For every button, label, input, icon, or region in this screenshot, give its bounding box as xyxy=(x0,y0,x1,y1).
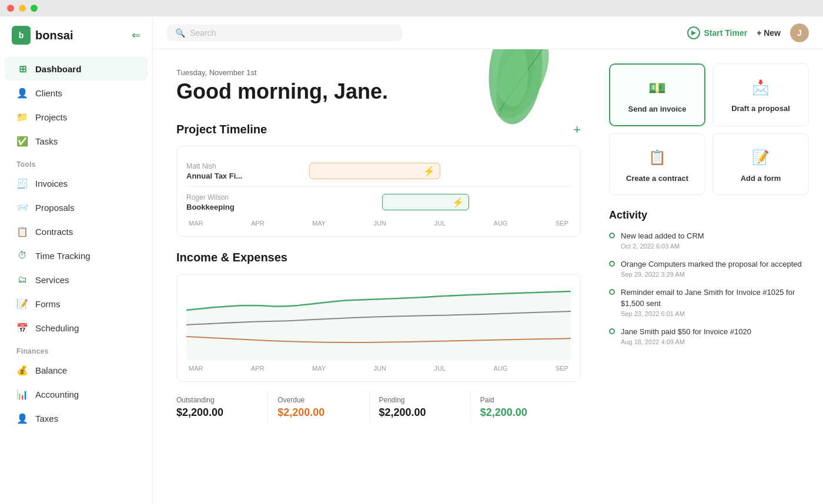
svg-line-6 xyxy=(520,53,533,65)
dashboard-icon: ⊞ xyxy=(16,63,28,75)
sidebar-item-accounting[interactable]: 📊 Accounting xyxy=(5,382,148,406)
draft-proposal-label: Draft a proposal xyxy=(731,104,790,113)
activity-content-0: New lead added to CRM Oct 2, 2022 6:03 A… xyxy=(621,231,704,250)
app-wrapper: b bonsai ⇐ ⊞ Dashboard 👤 Clients 📁 Proje… xyxy=(0,16,823,504)
sidebar-item-balance[interactable]: 💰 Balance xyxy=(5,358,148,382)
timeline-row: Matt Nish Annual Tax Fi... ⚡ xyxy=(186,156,571,187)
activity-text-3: Jane Smith paid $50 for Invoice #1020 xyxy=(621,327,751,337)
stat-label-1: Overdue xyxy=(277,396,359,404)
activity-item: Orange Computers marked the proposal for… xyxy=(609,259,809,278)
income-expenses-title: Income & Expenses xyxy=(176,251,287,264)
timeline-row: Roger Wilson Bookkeeping ⚡ xyxy=(186,187,571,217)
sidebar-item-scheduling[interactable]: 📅 Scheduling xyxy=(5,316,148,340)
action-card-draft-proposal[interactable]: 📩 Draft a proposal xyxy=(712,63,809,126)
create-contract-label: Create a contract xyxy=(626,174,688,183)
sidebar-item-time-tracking[interactable]: ⏱ Time Tracking xyxy=(5,244,148,267)
sidebar-item-forms[interactable]: 📝 Forms xyxy=(5,292,148,315)
avatar-initials: J xyxy=(797,28,802,38)
send-invoice-icon: 💵 xyxy=(645,76,669,100)
contracts-icon: 📋 xyxy=(16,226,28,237)
taxes-icon: 👤 xyxy=(16,412,28,424)
balance-icon: 💰 xyxy=(16,364,28,376)
sidebar: b bonsai ⇐ ⊞ Dashboard 👤 Clients 📁 Proje… xyxy=(0,16,153,504)
sidebar-item-label-forms: Forms xyxy=(35,299,61,309)
activity-time-0: Oct 2, 2022 6:03 AM xyxy=(621,243,704,250)
sidebar-item-label-projects: Projects xyxy=(35,112,67,122)
timeline-month-labels: MAR APR MAY JUN JUL AUG SEP xyxy=(186,220,571,227)
start-timer-label: Start Timer xyxy=(704,28,747,38)
topbar: 🔍 Search ▶ Start Timer + New J xyxy=(153,16,823,49)
activity-title: Activity xyxy=(609,209,809,221)
svg-line-3 xyxy=(508,49,523,61)
activity-section: Activity New lead added to CRM Oct 2, 20… xyxy=(609,209,809,345)
add-project-button[interactable]: + xyxy=(573,123,581,136)
income-chart xyxy=(186,284,571,360)
sidebar-item-proposals[interactable]: 📨 Proposals xyxy=(5,196,148,219)
activity-time-1: Sep 29, 2022 3:29 AM xyxy=(621,271,802,278)
activity-item: New lead added to CRM Oct 2, 2022 6:03 A… xyxy=(609,231,809,250)
activity-item: Jane Smith paid $50 for Invoice #1020 Au… xyxy=(609,327,809,345)
close-btn[interactable] xyxy=(7,5,14,12)
sidebar-item-label-services: Services xyxy=(35,275,69,285)
start-timer-button[interactable]: ▶ Start Timer xyxy=(687,26,747,39)
minimize-btn[interactable] xyxy=(19,5,26,12)
timeline-send-icon-1: ⚡ xyxy=(452,197,464,208)
sidebar-item-taxes[interactable]: 👤 Taxes xyxy=(5,406,148,430)
search-icon: 🔍 xyxy=(175,28,185,38)
action-card-send-invoice[interactable]: 💵 Send an invoice xyxy=(609,63,705,126)
sidebar-item-label-contracts: Contracts xyxy=(35,227,73,237)
greeting-heading: Good morning, Jane. xyxy=(176,79,581,104)
logo-text: bonsai xyxy=(35,29,73,42)
titlebar xyxy=(0,0,823,16)
stat-item-overdue: Overdue $2,200.00 xyxy=(277,391,369,424)
sidebar-item-tasks[interactable]: ✅ Tasks xyxy=(5,129,148,153)
sidebar-item-label-balance: Balance xyxy=(35,365,67,375)
date-label: Tuesday, November 1st xyxy=(176,68,581,77)
stat-value-1: $2,200.00 xyxy=(277,406,359,419)
sidebar-item-contracts[interactable]: 📋 Contracts xyxy=(5,220,148,243)
activity-time-3: Aug 18, 2022 4:09 AM xyxy=(621,338,751,345)
sidebar-item-projects[interactable]: 📁 Projects xyxy=(5,105,148,129)
stat-value-0: $2,200.00 xyxy=(176,406,258,419)
logo-icon: b xyxy=(12,26,31,45)
sidebar-logo: b bonsai ⇐ xyxy=(0,26,152,56)
sidebar-item-dashboard[interactable]: ⊞ Dashboard xyxy=(5,57,148,80)
main-content: 🔍 Search ▶ Start Timer + New J xyxy=(153,16,823,504)
time-tracking-icon: ⏱ xyxy=(16,250,28,261)
new-button[interactable]: + New xyxy=(757,28,781,38)
sidebar-tools: 🧾 Invoices 📨 Proposals 📋 Contracts ⏱ Tim… xyxy=(0,171,152,340)
quick-actions: 💵 Send an invoice 📩 Draft a proposal 📋 C… xyxy=(609,63,809,195)
page-sidebar: 💵 Send an invoice 📩 Draft a proposal 📋 C… xyxy=(600,49,823,504)
chart-month-labels: MAR APR MAY JUN JUL AUG SEP xyxy=(186,365,571,372)
action-card-add-form[interactable]: 📝 Add a form xyxy=(712,133,809,195)
timeline-bar-0: ⚡ xyxy=(309,163,440,179)
income-chart-area: MAR APR MAY JUN JUL AUG SEP xyxy=(176,274,581,382)
search-box[interactable]: 🔍 Search xyxy=(167,25,402,41)
maximize-btn[interactable] xyxy=(31,5,38,12)
sidebar-nav: ⊞ Dashboard 👤 Clients 📁 Projects ✅ Tasks xyxy=(0,56,152,153)
income-expenses-header: Income & Expenses xyxy=(176,251,581,264)
search-placeholder: Search xyxy=(190,28,216,38)
finances-section-label: Finances xyxy=(0,340,152,358)
sidebar-item-clients[interactable]: 👤 Clients xyxy=(5,81,148,105)
sidebar-collapse-btn[interactable]: ⇐ xyxy=(132,29,140,42)
stats-row: Outstanding $2,200.00 Overdue $2,200.00 … xyxy=(176,391,581,424)
projects-icon: 📁 xyxy=(16,111,28,123)
add-form-label: Add a form xyxy=(741,174,781,183)
timeline-project-1: Bookkeeping xyxy=(186,203,280,211)
proposals-icon: 📨 xyxy=(16,201,28,213)
timer-icon: ▶ xyxy=(687,26,700,39)
sidebar-item-invoices[interactable]: 🧾 Invoices xyxy=(5,172,148,195)
forms-icon: 📝 xyxy=(16,298,28,310)
activity-item: Reminder email to Jane Smith for Invoice… xyxy=(609,287,809,317)
activity-dot-0 xyxy=(609,233,615,238)
timeline-bar-area-1: ⚡ xyxy=(280,193,571,211)
sidebar-item-services[interactable]: 🗂 Services xyxy=(5,268,148,291)
sidebar-item-label-invoices: Invoices xyxy=(35,179,68,189)
sidebar-item-label-clients: Clients xyxy=(35,88,62,98)
tools-section-label: Tools xyxy=(0,153,152,171)
timeline-rows: Matt Nish Annual Tax Fi... ⚡ Roger Wilso… xyxy=(186,156,571,217)
stat-item-pending: Pending $2,200.00 xyxy=(379,391,471,424)
action-card-create-contract[interactable]: 📋 Create a contract xyxy=(609,133,705,195)
activity-text-1: Orange Computers marked the proposal for… xyxy=(621,259,802,270)
